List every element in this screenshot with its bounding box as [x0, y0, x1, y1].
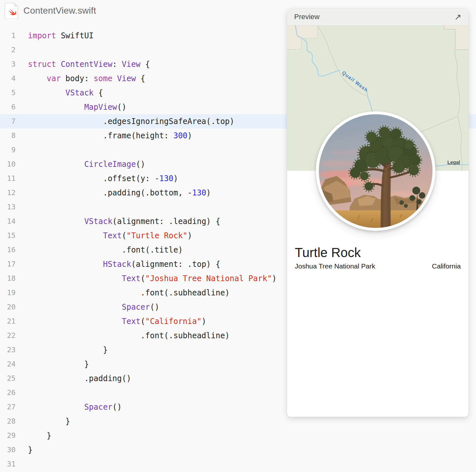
page: { "window": { "title": "ContentView.swif…: [0, 0, 476, 472]
code-text: }: [16, 343, 108, 357]
line-number: 30: [0, 443, 16, 457]
code-text: Spacer(): [16, 300, 159, 314]
code-text: VStack(alignment: .leading) {: [16, 214, 220, 229]
code-line[interactable]: 29 }: [0, 429, 476, 443]
preview-title: Preview: [294, 13, 319, 21]
code-text: CircleImage(): [16, 157, 145, 171]
code-text: struct ContentView: View {: [16, 57, 150, 71]
line-number: 14: [0, 214, 16, 229]
preview-header: Preview ↗: [287, 8, 469, 25]
expand-preview-icon[interactable]: ↗: [454, 13, 461, 21]
line-number: 29: [0, 429, 16, 443]
line-number: 26: [0, 386, 16, 400]
code-text: var body: some View {: [16, 71, 145, 86]
landmark-state: California: [432, 262, 461, 270]
swift-file-icon: [5, 3, 18, 19]
code-text: }: [16, 357, 89, 371]
code-text: MapView(): [16, 100, 126, 114]
code-text: Text("California"): [16, 314, 206, 329]
circle-image-joshua-tree: [316, 111, 435, 231]
line-number: 12: [0, 186, 16, 200]
line-number: 28: [0, 414, 16, 429]
line-number: 4: [0, 71, 16, 86]
file-title: ContentView.swift: [23, 6, 96, 16]
line-number: 31: [0, 457, 16, 471]
line-number: 15: [0, 229, 16, 243]
code-text: }: [16, 429, 51, 443]
preview-pane: Quail Wash Legal Preview ↗: [287, 8, 469, 417]
line-number: 10: [0, 157, 16, 171]
file-header: ContentView.swift: [5, 3, 96, 19]
code-text: }: [16, 443, 32, 457]
code-text: .font(.subheadline): [16, 286, 230, 300]
line-number: 24: [0, 357, 16, 371]
line-number: 13: [0, 200, 16, 214]
code-line[interactable]: 30}: [0, 443, 476, 457]
landmark-info: Turtle Rock Joshua Tree National Park Ca…: [295, 245, 461, 270]
line-number: 22: [0, 329, 16, 343]
code-text: VStack {: [16, 86, 103, 100]
code-text: .frame(height: 300): [16, 129, 192, 143]
line-number: 9: [0, 143, 16, 157]
code-text: .edgesIgnoringSafeArea(.top): [16, 114, 234, 129]
line-number: 25: [0, 371, 16, 386]
line-number: 6: [0, 100, 16, 114]
code-text: .font(.title): [16, 243, 183, 257]
line-number: 5: [0, 86, 16, 100]
code-text: HStack(alignment: .top) {: [16, 257, 220, 271]
line-number: 20: [0, 300, 16, 314]
code-text: Text("Turtle Rock"): [16, 229, 192, 243]
code-line[interactable]: 31: [0, 457, 476, 471]
code-text: .padding(): [16, 371, 131, 386]
code-text: .offset(y: -130): [16, 171, 178, 186]
code-text: .font(.subheadline): [16, 329, 230, 343]
line-number: 11: [0, 171, 16, 186]
map-legal-link[interactable]: Legal: [447, 159, 460, 165]
line-number: 19: [0, 286, 16, 300]
line-number: 21: [0, 314, 16, 329]
line-number: 8: [0, 129, 16, 143]
code-text: .padding(.bottom, -130): [16, 186, 211, 200]
code-text: Spacer(): [16, 400, 122, 414]
landmark-title: Turtle Rock: [295, 245, 461, 260]
landmark-park: Joshua Tree National Park: [295, 262, 375, 270]
line-number: 23: [0, 343, 16, 357]
line-number: 17: [0, 257, 16, 271]
line-number: 1: [0, 29, 16, 43]
line-number: 7: [0, 114, 16, 129]
line-number: 18: [0, 271, 16, 286]
line-number: 16: [0, 243, 16, 257]
line-number: 2: [0, 43, 16, 57]
line-number: 27: [0, 400, 16, 414]
code-text: }: [16, 414, 70, 429]
code-text: Text("Joshua Tree National Park"): [16, 271, 277, 286]
code-text: import SwiftUI: [16, 29, 94, 43]
line-number: 3: [0, 57, 16, 71]
